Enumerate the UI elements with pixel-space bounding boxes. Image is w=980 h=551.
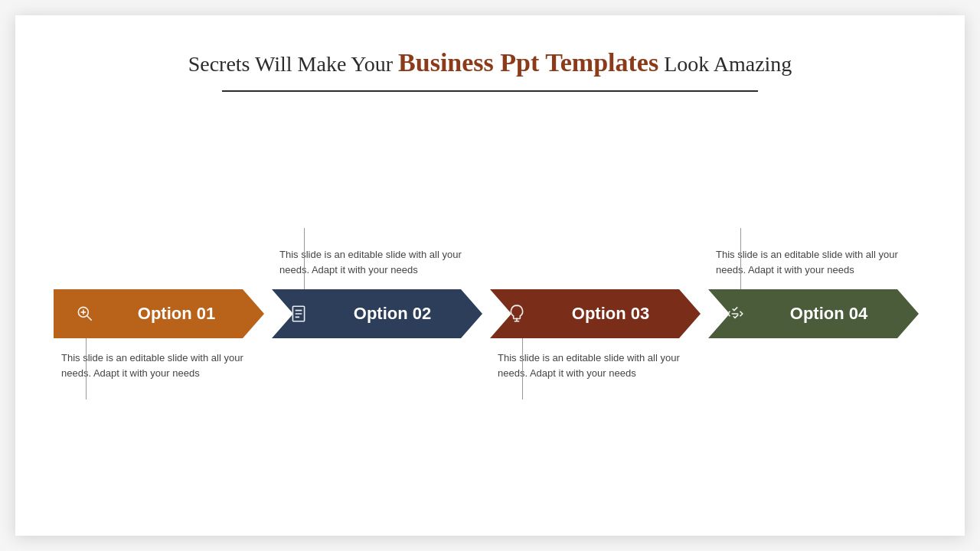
arrow-1-label: Option 01 [104, 304, 264, 324]
vline-2-top [304, 228, 305, 289]
arrow-1-icon [66, 304, 104, 324]
arrow-4: Option 04 [708, 289, 919, 338]
vline-4-top [740, 228, 741, 289]
arrows-row: Option 01 Option 02 [54, 289, 926, 338]
arrow-container-2: Option 02 [272, 289, 490, 338]
arrow-3: Option 03 [490, 289, 701, 338]
slide: Secrets Will Make Your Business Ppt Temp… [15, 15, 965, 536]
arrow-container-4: Option 04 [708, 289, 926, 338]
arrow-3-icon [498, 304, 536, 324]
title-highlight: Business Ppt Templates [398, 48, 658, 77]
arrow-4-icon [716, 304, 754, 324]
arrow-1: Option 01 [54, 289, 264, 338]
document-icon [289, 304, 309, 324]
arrow-2: Option 02 [272, 289, 482, 338]
content-area: This slide is an editable slide with all… [54, 115, 926, 513]
vline-3-bottom [522, 338, 523, 399]
arrow-4-label: Option 04 [754, 304, 919, 324]
slide-title: Secrets Will Make Your Business Ppt Temp… [188, 46, 792, 80]
handshake-icon [725, 304, 745, 324]
top-descriptions: This slide is an editable slide with all… [54, 247, 926, 277]
bottom-descriptions: This slide is an editable slide with all… [54, 350, 926, 380]
arrow-container-3: Option 03 [490, 289, 708, 338]
search-icon [75, 304, 95, 324]
title-prefix: Secrets Will Make Your [188, 52, 398, 76]
arrow-3-label: Option 03 [536, 304, 701, 324]
lightbulb-icon [507, 304, 527, 324]
arrow-2-icon [279, 304, 318, 324]
title-divider [222, 90, 758, 92]
title-suffix: Look Amazing [658, 52, 792, 76]
arrow-2-label: Option 02 [318, 304, 482, 324]
arrow-container-1: Option 01 [54, 289, 272, 338]
vline-1-bottom [86, 338, 87, 399]
svg-line-1 [87, 316, 92, 321]
